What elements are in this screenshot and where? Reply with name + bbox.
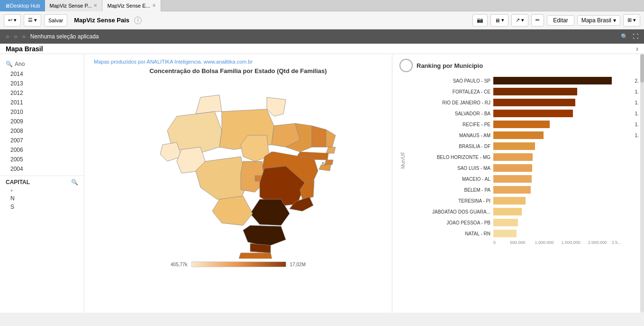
bar-row-11[interactable]: TERESINA - PI670.356: [408, 196, 631, 205]
share-icon: ↗: [516, 17, 520, 23]
sidebar-year-2012[interactable]: 2012: [0, 88, 84, 98]
bar-row-13[interactable]: JOAO PESSOA - PB514.604: [408, 218, 631, 227]
save-label: Salvar: [48, 18, 63, 23]
bar-row-1[interactable]: FORTALEZA - CE1.753.818: [408, 87, 631, 96]
sidebar-year-2004[interactable]: 2004: [0, 164, 84, 174]
back-dropdown-icon: ▾: [14, 17, 17, 23]
state-rr[interactable]: [196, 95, 222, 114]
y-axis-label: Mun/UF: [400, 152, 406, 169]
fullscreen-icon[interactable]: ⛶: [633, 33, 638, 40]
sidebar-year-2013[interactable]: 2013: [0, 79, 84, 88]
sidebar-year-2008[interactable]: 2008: [0, 126, 84, 136]
bar-container-3: 1.662.525: [493, 110, 631, 117]
map-select-arrow: ▾: [613, 17, 616, 24]
bar-label-5: MANAUS - AM: [408, 133, 493, 138]
bar-label-1: FORTALEZA - CE: [408, 89, 493, 94]
bar-row-3[interactable]: SALVADOR - BA1.662.525: [408, 109, 631, 118]
state-sc[interactable]: [250, 243, 271, 253]
bar-row-5[interactable]: MANAUS - AM1.052.759: [408, 130, 631, 140]
state-rs[interactable]: [237, 253, 274, 259]
state-ce[interactable]: [312, 126, 326, 147]
share-button[interactable]: ↗ ▾: [511, 14, 528, 27]
list-button[interactable]: ☰ ▾: [24, 14, 41, 27]
bar-label-11: TERESINA - PI: [408, 198, 493, 204]
bar-row-9[interactable]: MACEIO - AL798.254: [408, 174, 631, 184]
bar-fill-2: [493, 99, 575, 106]
state-ms[interactable]: [212, 196, 253, 225]
filter-title[interactable]: 🔍 Ano: [0, 59, 84, 69]
bar-row-14[interactable]: NATAL - RN486.034: [408, 229, 631, 238]
capital-item-S[interactable]: S: [0, 203, 84, 211]
bar-row-10[interactable]: BELEM - PA783.984: [408, 185, 631, 195]
scrollbar-thumb[interactable]: [640, 54, 644, 83]
bar-label-10: BELEM - PA: [408, 187, 493, 193]
capital-items: NS: [0, 194, 84, 211]
tab1-close-icon[interactable]: ✕: [93, 3, 97, 8]
bar-container-14: 486.034: [493, 230, 631, 237]
sel-icon-1: ○: [6, 33, 9, 40]
tab1-label: MapViz Sense P...: [50, 3, 92, 9]
sidebar-year-2011[interactable]: 2011: [0, 98, 84, 107]
sidebar-year-2007[interactable]: 2007: [0, 136, 84, 145]
bar-value-2: 1.715.641: [635, 100, 639, 105]
sel-icon-3: ○: [22, 33, 26, 40]
screenshot-button[interactable]: 📷: [472, 14, 488, 27]
back-button[interactable]: ↩ ▾: [4, 14, 21, 27]
bar-label-8: SAO LUIS - MA: [408, 166, 493, 171]
edit-label: Editar: [553, 17, 568, 24]
scrollbar-track[interactable]: [640, 54, 644, 313]
map-source-link[interactable]: www.analitika.com.br: [204, 59, 253, 65]
capital-header: CAPITAL 🔍: [0, 176, 84, 187]
info-icon[interactable]: i: [134, 17, 142, 24]
sidebar-year-2014[interactable]: 2014: [0, 69, 84, 79]
bar-value-0: 2.475.943: [635, 78, 639, 84]
state-mt[interactable]: [196, 157, 248, 199]
sidebar-year-2009[interactable]: 2009: [0, 117, 84, 126]
chevron-right-icon[interactable]: ›: [636, 45, 638, 53]
bar-value-4: 1.177.188: [635, 122, 639, 127]
expand-icon: ⊞: [627, 17, 632, 23]
edit-button[interactable]: Editar: [547, 15, 574, 26]
state-rn[interactable]: [326, 130, 336, 147]
selection-bar: ○ ○ ○ Nenhuma seleção aplicada 🔍 ⛶: [0, 29, 644, 44]
map-container: ↖: [94, 78, 382, 259]
main-content: 🔍 Ano 2014201320122011201020092008200720…: [0, 54, 644, 313]
bar-container-7: 825.254: [493, 153, 631, 161]
expand-button[interactable]: ⊞ ▾: [623, 14, 640, 27]
ranking-header: · Ranking por Municipio: [399, 59, 631, 72]
bar-label-9: MACEIO - AL: [408, 177, 493, 182]
desktop-tab[interactable]: 🖥 Desktop Hub: [0, 0, 45, 11]
map-select[interactable]: Mapa Brasil ▾: [577, 15, 620, 26]
bar-row-12[interactable]: JABOATAO DOS GUARA...597.511: [408, 207, 631, 216]
tab2-close-icon[interactable]: ✕: [152, 3, 156, 8]
state-ap[interactable]: [267, 97, 286, 116]
tab-2[interactable]: MapViz Sense E... ✕: [102, 0, 161, 11]
capital-dropdown: ▾: [0, 187, 84, 194]
bar-container-11: 670.356: [493, 197, 631, 205]
bar-row-0[interactable]: SAO PAULO - SP2.475.943: [408, 76, 631, 85]
state-pb[interactable]: [326, 147, 336, 153]
bar-row-7[interactable]: BELO HORIZONTE - MG825.254: [408, 152, 631, 162]
sidebar-year-2005[interactable]: 2005: [0, 155, 84, 164]
bar-row-4[interactable]: RECIFE - PE1.177.188: [408, 120, 631, 129]
save-button[interactable]: Salvar: [44, 14, 67, 27]
state-pr[interactable]: [243, 225, 286, 247]
screen-button[interactable]: 🖥 ▾: [490, 14, 508, 27]
capital-search-icon[interactable]: 🔍: [71, 179, 78, 186]
tab-1[interactable]: MapViz Sense P... ✕: [45, 0, 103, 11]
bar-chart-container: SAO PAULO - SP2.475.943FORTALEZA - CE1.7…: [408, 76, 631, 245]
bar-row-8[interactable]: SAO LUIS - MA813.522: [408, 163, 631, 173]
expand-dropdown-icon: ▾: [633, 17, 636, 23]
bar-row-2[interactable]: RIO DE JANEIRO - RJ1.715.641: [408, 98, 631, 107]
search-small-icon: 🔍: [6, 61, 13, 67]
search-icon[interactable]: 🔍: [621, 33, 628, 40]
sidebar-year-2010[interactable]: 2010: [0, 107, 84, 117]
bar-row-6[interactable]: BRASILIA - DF870.656: [408, 141, 631, 151]
legend-max: 17,02M: [290, 262, 306, 267]
bar-fill-3: [493, 110, 573, 117]
pencil-button[interactable]: ✏: [531, 14, 544, 27]
ranking-area: · Ranking por Municipio Mun/UF SAO PAULO…: [392, 54, 638, 313]
capital-item-N[interactable]: N: [0, 194, 84, 203]
sidebar-year-2006[interactable]: 2006: [0, 145, 84, 155]
x-axis: 0 500.000 1.000.000 1.500.000 2.000.000 …: [493, 240, 631, 245]
